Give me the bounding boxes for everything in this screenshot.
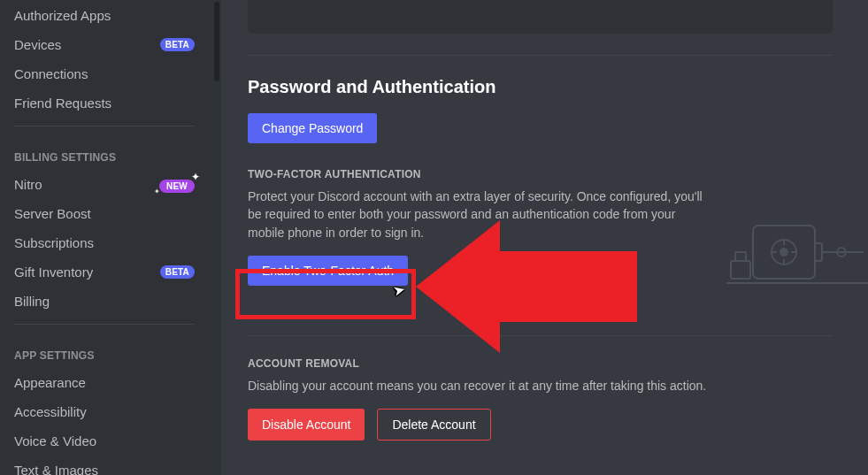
sidebar-item-text-images[interactable]: Text & Images — [5, 456, 204, 475]
sidebar-item-label: Server Boost — [14, 206, 91, 221]
sidebar-item-label: Friend Requests — [14, 96, 111, 111]
sidebar-item-label: Subscriptions — [14, 235, 94, 250]
new-badge: NEW — [159, 180, 195, 193]
svg-rect-11 — [735, 252, 746, 261]
two-factor-description: Protect your Discord account with an ext… — [248, 188, 708, 241]
svg-point-2 — [780, 249, 787, 256]
sidebar-item-nitro[interactable]: Nitro ✦ NEW ✦ — [5, 171, 204, 198]
sidebar-divider — [14, 324, 195, 325]
two-factor-header: TWO-FACTOR AUTHENTICATION — [248, 168, 833, 180]
sidebar-item-label: Connections — [14, 66, 88, 81]
enable-two-factor-button[interactable]: Enable Two-Factor Auth — [248, 256, 408, 286]
password-auth-title: Password and Authentication — [248, 77, 833, 97]
account-removal-buttons: Disable Account Delete Account — [248, 409, 833, 441]
sidebar-item-label: Voice & Video — [14, 433, 96, 448]
sidebar-item-voice-video[interactable]: Voice & Video — [5, 427, 204, 455]
sidebar-item-label: Accessibility — [14, 404, 87, 419]
beta-badge: BETA — [160, 265, 195, 279]
profile-card-bottom — [248, 0, 833, 34]
sidebar-item-gift-inventory[interactable]: Gift Inventory BETA — [5, 258, 204, 286]
section-divider — [248, 55, 833, 56]
beta-badge: BETA — [160, 38, 195, 51]
account-removal-header: ACCOUNT REMOVAL — [248, 357, 833, 370]
sidebar-category-app: APP SETTINGS — [5, 333, 204, 367]
sidebar-item-subscriptions[interactable]: Subscriptions — [5, 229, 204, 257]
section-divider — [248, 335, 833, 336]
sidebar-item-server-boost[interactable]: Server Boost — [5, 200, 204, 227]
sidebar-item-appearance[interactable]: Appearance — [5, 369, 204, 396]
sidebar-item-label: Billing — [14, 294, 50, 309]
settings-sidebar: Authorized Apps Devices BETA Connections… — [0, 0, 212, 475]
new-badge-wrap: ✦ NEW ✦ — [159, 177, 195, 192]
sidebar-item-connections[interactable]: Connections — [5, 60, 204, 88]
sidebar-item-devices[interactable]: Devices BETA — [5, 31, 204, 58]
safe-illustration-icon — [726, 217, 868, 296]
scrollbar[interactable] — [212, 0, 221, 475]
sidebar-item-billing[interactable]: Billing — [5, 287, 204, 315]
sparkle-icon: ✦ — [154, 188, 163, 197]
sidebar-item-accessibility[interactable]: Accessibility — [5, 398, 204, 425]
disable-account-button[interactable]: Disable Account — [248, 409, 365, 441]
sidebar-item-label: Nitro — [14, 177, 42, 192]
sidebar-item-label: Appearance — [14, 375, 86, 390]
sidebar-item-label: Devices — [14, 37, 61, 52]
svg-rect-10 — [731, 261, 750, 279]
main-content: Password and Authentication Change Passw… — [212, 0, 868, 475]
sidebar-item-authorized-apps[interactable]: Authorized Apps — [5, 2, 204, 29]
change-password-button[interactable]: Change Password — [248, 113, 377, 143]
sidebar-category-billing: BILLING SETTINGS — [5, 135, 204, 169]
account-removal-description: Disabling your account means you can rec… — [248, 377, 708, 395]
sparkle-icon: ✦ — [191, 172, 200, 180]
sidebar-item-label: Gift Inventory — [14, 264, 93, 280]
sidebar-divider — [14, 126, 195, 126]
sidebar-item-label: Text & Images — [14, 463, 98, 475]
delete-account-button[interactable]: Delete Account — [377, 409, 490, 441]
sidebar-item-label: Authorized Apps — [14, 8, 111, 23]
svg-rect-7 — [815, 243, 822, 261]
sidebar-item-friend-requests[interactable]: Friend Requests — [5, 89, 204, 117]
